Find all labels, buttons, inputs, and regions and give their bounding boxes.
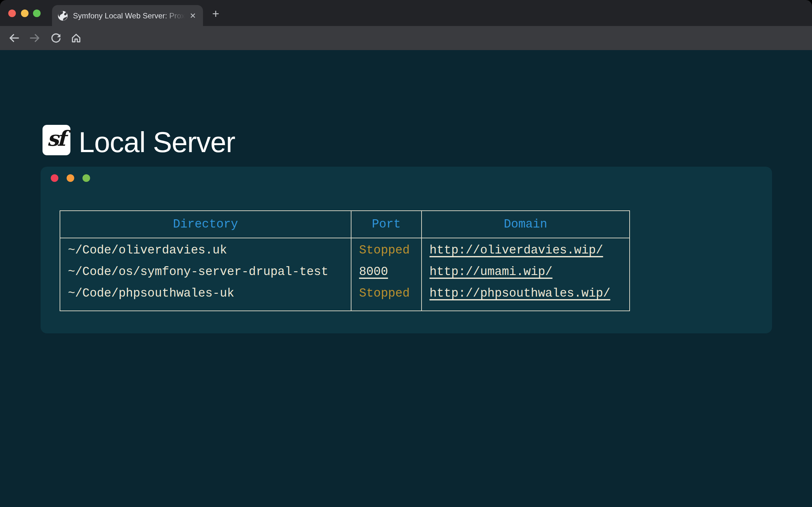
directory-cell: ~/Code/oliverdavies.uk bbox=[60, 238, 351, 261]
tab-title: Symfony Local Web Server: Prox bbox=[73, 11, 189, 20]
tab-strip: Symfony Local Web Server: Prox ✕ + bbox=[0, 0, 812, 26]
new-tab-button[interactable]: + bbox=[208, 7, 223, 21]
status-stopped: Stopped bbox=[359, 243, 410, 257]
servers-table: Directory Port Domain ~/Code/oliverdavie… bbox=[60, 210, 630, 311]
port-cell: Stopped bbox=[351, 283, 421, 311]
terminal-dot-green bbox=[83, 174, 90, 182]
terminal-dot-red bbox=[51, 174, 58, 182]
terminal-dot-orange bbox=[67, 174, 74, 182]
window-close-button[interactable] bbox=[8, 9, 16, 17]
domain-cell: http://oliverdavies.wip/ bbox=[421, 238, 629, 261]
column-header-domain: Domain bbox=[421, 211, 629, 238]
column-header-directory: Directory bbox=[60, 211, 351, 238]
symfony-logo: sf bbox=[43, 125, 70, 155]
home-button[interactable] bbox=[70, 32, 83, 44]
forward-button[interactable] bbox=[29, 32, 41, 44]
domain-link[interactable]: http://oliverdavies.wip/ bbox=[429, 243, 603, 257]
tab-close-icon[interactable]: ✕ bbox=[189, 10, 197, 20]
browser-tab[interactable]: Symfony Local Web Server: Prox ✕ bbox=[52, 5, 203, 26]
reload-button[interactable] bbox=[49, 32, 62, 44]
status-stopped: Stopped bbox=[359, 286, 410, 300]
page-content: sf Local Server Directory Port Domain ~/… bbox=[0, 50, 812, 507]
port-cell: Stopped bbox=[351, 238, 421, 261]
directory-cell: ~/Code/os/symfony-server-drupal-test bbox=[60, 261, 351, 283]
domain-cell: http://phpsouthwales.wip/ bbox=[421, 283, 629, 311]
page-title: Local Server bbox=[79, 126, 235, 159]
symfony-sf-glyph: sf bbox=[47, 126, 64, 151]
port-link[interactable]: 8000 bbox=[359, 265, 388, 279]
back-button[interactable] bbox=[8, 32, 20, 44]
domain-cell: http://umami.wip/ bbox=[421, 261, 629, 283]
servers-table-body: ~/Code/oliverdavies.ukStoppedhttp://oliv… bbox=[60, 238, 629, 311]
window-zoom-button[interactable] bbox=[33, 9, 41, 17]
domain-link[interactable]: http://phpsouthwales.wip/ bbox=[429, 286, 610, 300]
table-row: ~/Code/phpsouthwales-ukStoppedhttp://php… bbox=[60, 283, 629, 311]
port-cell: 8000 bbox=[351, 261, 421, 283]
table-row: ~/Code/oliverdavies.ukStoppedhttp://oliv… bbox=[60, 238, 629, 261]
table-header-row: Directory Port Domain bbox=[60, 211, 629, 238]
table-row: ~/Code/os/symfony-server-drupal-test8000… bbox=[60, 261, 629, 283]
window-minimize-button[interactable] bbox=[21, 9, 29, 17]
domain-link[interactable]: http://umami.wip/ bbox=[429, 265, 553, 279]
browser-window: Symfony Local Web Server: Prox ✕ + bbox=[0, 0, 812, 507]
browser-toolbar: localhost:7080 •••⚙⚙UVAVh bbox=[0, 26, 812, 50]
column-header-port: Port bbox=[351, 211, 421, 238]
directory-cell: ~/Code/phpsouthwales-uk bbox=[60, 283, 351, 311]
terminal-panel: Directory Port Domain ~/Code/oliverdavie… bbox=[41, 167, 772, 333]
globe-favicon-icon bbox=[58, 10, 68, 20]
